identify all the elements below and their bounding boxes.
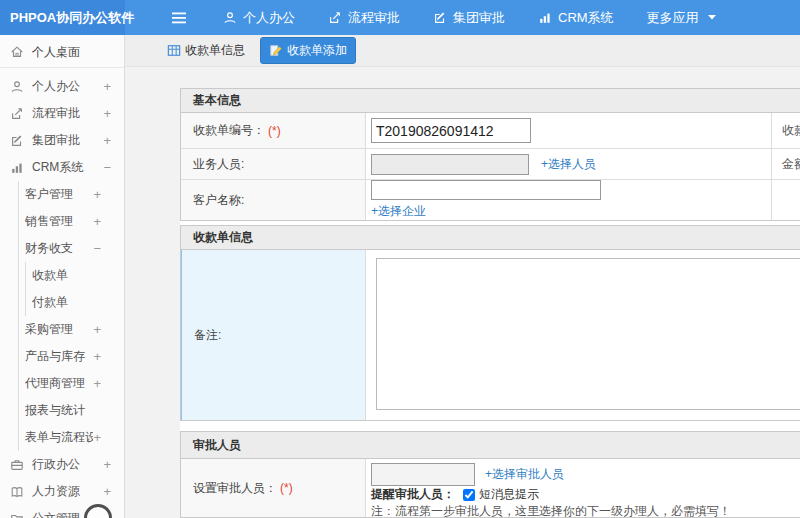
select-approver-link[interactable]: +选择审批人员 — [485, 466, 564, 483]
edit-icon — [433, 11, 447, 25]
sidebar-item-crm-system[interactable]: CRM系统 − — [0, 154, 124, 181]
sidebar-item-label: CRM系统 — [32, 159, 103, 176]
sidebar-item-label: 付款单 — [32, 294, 101, 311]
tab-label: 收款单信息 — [185, 42, 245, 59]
sidebar-item-reports-stats[interactable]: 报表与统计 — [18, 397, 124, 424]
section-basic-info: 基本信息 收款单编号： (*) 收款单日期: 业务人员: — [180, 88, 800, 221]
expand-toggle-icon[interactable]: + — [93, 322, 101, 337]
row-salesperson: 业务人员: +选择人员 金额: — [181, 149, 800, 180]
sidebar-item-agent-mgmt[interactable]: 代理商管理 + — [18, 370, 124, 397]
briefcase-icon — [10, 458, 25, 472]
remark-textarea[interactable] — [376, 258, 800, 410]
user-icon — [10, 80, 25, 94]
receipt-date-label: 收款单日期: — [772, 113, 800, 148]
nav-item-workflow-approval[interactable]: 流程审批 — [328, 9, 400, 27]
expand-toggle-icon[interactable]: + — [93, 187, 101, 202]
section-approver: 审批人员 设置审批人员： (*) +选择审批人员 提醒审批人员： 短消息提示 — [180, 431, 800, 518]
customer-label: 客户名称: — [181, 180, 366, 220]
tab-label: 收款单添加 — [287, 42, 347, 59]
tab-receipt-info[interactable]: 收款单信息 — [158, 37, 254, 64]
sidebar-item-label: 表单与流程设置 — [25, 429, 93, 446]
remind-approver-label: 提醒审批人员： — [371, 486, 455, 503]
expand-toggle-icon[interactable]: − — [93, 241, 101, 256]
edit-icon — [10, 134, 25, 148]
sidebar: 个人桌面 个人办公 + 流程审批 + 集团审批 + CRM系统 − 客户管理 +… — [0, 35, 125, 518]
section-approver-title: 审批人员 — [181, 432, 800, 459]
sidebar-item-label: 集团审批 — [32, 132, 103, 149]
field-label: 设置审批人员： — [193, 480, 277, 497]
sidebar-item-label: 人力资源 — [32, 483, 103, 500]
expand-toggle-icon[interactable]: + — [93, 349, 101, 364]
sidebar-item-group-approval[interactable]: 集团审批 + — [0, 127, 124, 154]
main-area: 收款单信息 收款单添加 基本信息 收款单编号： (*) 收款单日期: — [125, 35, 800, 518]
workflow-icon — [10, 107, 25, 121]
sidebar-item-label: 代理商管理 — [25, 375, 93, 392]
sidebar-item-workflow-approval[interactable]: 流程审批 + — [0, 100, 124, 127]
expand-toggle-icon[interactable]: + — [103, 106, 111, 121]
chart-icon — [538, 11, 552, 25]
nav-item-crm-system[interactable]: CRM系统 — [538, 9, 614, 27]
expand-toggle-icon[interactable]: + — [93, 214, 101, 229]
customer-input[interactable] — [371, 180, 601, 200]
sidebar-item-customer-mgmt[interactable]: 客户管理 + — [18, 181, 124, 208]
sidebar-item-personal-office[interactable]: 个人办公 + — [0, 73, 124, 100]
field-label: 收款单编号： — [193, 122, 265, 139]
tab-receipt-add[interactable]: 收款单添加 — [260, 37, 356, 64]
expand-toggle-icon[interactable]: + — [103, 457, 111, 472]
nav-item-label: 个人办公 — [243, 9, 295, 27]
remark-label: 备注: — [181, 250, 366, 420]
expand-toggle-icon[interactable]: + — [93, 430, 101, 445]
top-bar: PHPOA协同办公软件 个人办公 流程审批 集团审批 CRM系统 更多应用 — [0, 0, 800, 35]
nav-item-label: 集团审批 — [453, 9, 505, 27]
sidebar-item-human-resources[interactable]: 人力资源 + — [0, 478, 124, 505]
home-icon — [10, 45, 25, 59]
field-label: 备注: — [194, 327, 221, 344]
nav-item-more-apps[interactable]: 更多应用 — [647, 9, 717, 27]
tab-bar: 收款单信息 收款单添加 — [125, 35, 800, 67]
receipt-no-label: 收款单编号： (*) — [181, 113, 366, 148]
receipt-no-input[interactable] — [371, 118, 531, 143]
field-label: 客户名称: — [193, 192, 244, 209]
expand-toggle-icon[interactable]: + — [103, 484, 111, 499]
nav-item-label: 流程审批 — [348, 9, 400, 27]
sidebar-item-receipt[interactable]: 收款单 — [18, 262, 124, 289]
expand-toggle-icon[interactable]: + — [103, 133, 111, 148]
expand-toggle-icon[interactable]: + — [93, 376, 101, 391]
nav-item-group-approval[interactable]: 集团审批 — [433, 9, 505, 27]
sidebar-item-label: 个人办公 — [32, 78, 103, 95]
menu-toggle-button[interactable] — [171, 11, 187, 25]
required-marker: (*) — [280, 481, 293, 495]
sidebar-item-personal-desktop[interactable]: 个人桌面 — [0, 37, 124, 68]
expand-toggle-icon[interactable]: + — [103, 79, 111, 94]
sms-remind-label: 短消息提示 — [479, 486, 539, 503]
sidebar-item-label: 财务收支 — [25, 240, 93, 257]
nav-item-personal-office[interactable]: 个人办公 — [223, 9, 295, 27]
sidebar-item-finance[interactable]: 财务收支 − — [18, 235, 124, 262]
select-person-link[interactable]: +选择人员 — [541, 156, 596, 173]
sidebar-item-form-flow-settings[interactable]: 表单与流程设置 + — [18, 424, 124, 451]
sidebar-item-payment[interactable]: 付款单 — [18, 289, 124, 316]
edit-doc-icon — [269, 44, 283, 57]
form-panel: 基本信息 收款单编号： (*) 收款单日期: 业务人员: — [180, 88, 800, 518]
sidebar-item-purchase-mgmt[interactable]: 采购管理 + — [18, 316, 124, 343]
grid-icon — [167, 44, 181, 57]
section-basic-title: 基本信息 — [181, 89, 800, 113]
expand-toggle-icon[interactable]: − — [103, 160, 111, 175]
sidebar-item-label: 流程审批 — [32, 105, 103, 122]
sidebar-item-sales-mgmt[interactable]: 销售管理 + — [18, 208, 124, 235]
approver-input[interactable] — [371, 463, 475, 486]
caret-down-icon — [707, 14, 717, 21]
section-receipt-info: 收款单信息 备注: — [180, 225, 800, 421]
sidebar-item-label: 报表与统计 — [25, 402, 101, 419]
sidebar-item-product-inventory[interactable]: 产品与库存 + — [18, 343, 124, 370]
select-company-link[interactable]: +选择企业 — [371, 203, 426, 220]
salesperson-input[interactable] — [371, 154, 529, 175]
sidebar-item-label: 产品与库存 — [25, 348, 93, 365]
row-set-approver: 设置审批人员： (*) +选择审批人员 提醒审批人员： 短消息提示 注：流程第一… — [181, 459, 800, 517]
sidebar-item-admin-office[interactable]: 行政办公 + — [0, 451, 124, 478]
chart-icon — [10, 161, 25, 175]
row-customer: 客户名称: +选择企业 — [181, 180, 800, 220]
hamburger-icon — [171, 11, 187, 25]
sms-remind-checkbox[interactable] — [463, 489, 475, 501]
user-icon — [223, 11, 237, 25]
